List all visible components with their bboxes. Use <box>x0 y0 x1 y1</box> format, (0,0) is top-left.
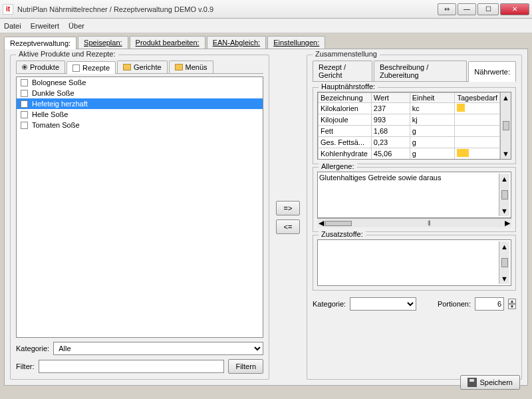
table-row[interactable]: Kilokalorien237kc <box>319 103 500 114</box>
portionen-label: Portionen: <box>438 300 471 308</box>
table-row[interactable]: Fett1,68g <box>319 126 500 137</box>
tab-rezept-gericht[interactable]: Rezept / Gericht <box>313 61 372 81</box>
kategorie-label: Kategorie: <box>16 344 49 352</box>
tab-rezepte[interactable]: Rezepte <box>66 61 116 74</box>
list-item[interactable]: Bolognese Soße <box>17 77 263 88</box>
folder-icon <box>175 64 183 70</box>
tab-einstellungen[interactable]: Einstellungen: <box>267 36 325 49</box>
list-item-label: Hefeteig herzhaft <box>32 100 88 108</box>
spinner-up-icon[interactable]: ▲ <box>508 299 516 304</box>
filter-button[interactable]: Filtern <box>228 359 263 374</box>
allergene-textarea[interactable]: Glutenhaltiges Getreide sowie daraus ▲▼ <box>317 172 511 218</box>
window-title: NutriPlan Nährmittelrechner / Rezeptverw… <box>17 5 438 13</box>
right-kategorie-select[interactable] <box>350 297 416 311</box>
allergene-scrollbar[interactable]: ▲▼ <box>499 174 509 216</box>
tab-gerichte[interactable]: Gerichte <box>117 61 168 73</box>
transfer-buttons: => <= <box>275 55 301 380</box>
filter-input[interactable] <box>39 360 225 373</box>
allergene-label: Allergene: <box>319 162 357 170</box>
radio-icon <box>22 65 27 70</box>
zusatzstoffe-box: Zusatzstoffe: ▲▼ <box>313 235 516 291</box>
right-legend: Zusammenstellung <box>313 50 380 58</box>
tab-ean-abgleich[interactable]: EAN-Abgleich: <box>207 36 267 49</box>
scroll-up-icon[interactable]: ▲ <box>502 94 509 102</box>
main-panel: Aktive Produkte und Rezepte: Produkte Re… <box>4 49 528 386</box>
menu-erweitert[interactable]: Erweitert <box>31 22 59 30</box>
list-item-label: Tomaten Soße <box>32 121 80 129</box>
left-groupbox: Aktive Produkte und Rezepte: Produkte Re… <box>10 55 269 380</box>
checkbox-icon[interactable] <box>21 90 28 97</box>
disk-icon <box>467 378 477 387</box>
list-item-label: Dunkle Soße <box>32 89 74 97</box>
folder-icon <box>123 64 131 70</box>
list-item[interactable]: Dunkle Soße <box>17 88 263 98</box>
list-item-label: Bolognese Soße <box>32 78 86 86</box>
close-button[interactable]: ✕ <box>500 3 529 15</box>
list-item-label: Helle Soße <box>32 110 68 118</box>
move-right-button[interactable]: => <box>276 201 300 215</box>
filter-label: Filter: <box>16 362 35 370</box>
right-kategorie-label: Kategorie: <box>313 300 346 308</box>
tab-produkt-bearbeiten[interactable]: Produkt bearbeiten: <box>130 36 205 49</box>
allergene-hscroll[interactable]: ◀⦀▶ <box>317 218 511 227</box>
allergene-box: Allergene: Glutenhaltiges Getreide sowie… <box>313 167 516 232</box>
recipe-list[interactable]: Bolognese SoßeDunkle SoßeHefeteig herzha… <box>16 76 263 338</box>
zusatzstoffe-textarea[interactable]: ▲▼ <box>317 239 511 286</box>
hauptnahrstoffe-label: Hauptnährstoffe: <box>319 82 378 90</box>
table-row[interactable]: Ges. Fettsä...0,23g <box>319 137 500 148</box>
checkbox-icon <box>72 65 80 72</box>
table-row[interactable]: Kilojoule993kj <box>319 114 500 126</box>
tab-beschreibung[interactable]: Beschreibung / Zubereitung <box>374 61 467 81</box>
maximize-button[interactable]: ☐ <box>477 3 499 15</box>
checkbox-icon[interactable] <box>21 122 28 129</box>
spinner-down-icon[interactable]: ▼ <box>508 304 516 309</box>
tab-speiseplan[interactable]: Speiseplan: <box>78 36 128 49</box>
tab-menus[interactable]: Menüs <box>169 61 213 73</box>
zusatz-scrollbar[interactable]: ▲▼ <box>499 241 509 284</box>
scroll-thumb[interactable] <box>503 121 509 130</box>
help-hint-button[interactable]: ⇔ <box>438 3 456 15</box>
right-groupbox: Zusammenstellung Rezept / Gericht Beschr… <box>307 55 522 380</box>
menubar: Datei Erweitert Über <box>0 19 532 33</box>
menu-datei[interactable]: Datei <box>4 22 21 30</box>
tab-produkte[interactable]: Produkte <box>16 61 65 73</box>
kategorie-select[interactable]: Alle <box>53 342 263 355</box>
table-scrollbar[interactable]: ▲▼ <box>500 92 511 159</box>
main-tabs: Rezeptverwaltung: Speiseplan: Produkt be… <box>4 36 528 49</box>
nutrient-table[interactable]: Bezeichnung Wert Einheit Tagesbedarf Kil… <box>318 92 500 160</box>
list-item[interactable]: Tomaten Soße <box>17 120 263 130</box>
list-item[interactable]: Helle Soße <box>17 109 263 120</box>
move-left-button[interactable]: <= <box>276 219 300 234</box>
hauptnahrstoffe-box: Hauptnährstoffe: Bezeichnung Wert Einhei… <box>313 87 516 164</box>
portionen-input[interactable] <box>475 297 504 311</box>
titlebar: it NutriPlan Nährmittelrechner / Rezeptv… <box>0 0 532 19</box>
tab-rezeptverwaltung[interactable]: Rezeptverwaltung: <box>4 37 76 49</box>
tab-nahrwerte[interactable]: Nährwerte: <box>468 61 516 82</box>
checkbox-icon[interactable] <box>21 100 28 108</box>
col-einheit[interactable]: Einheit <box>410 93 455 103</box>
save-button[interactable]: Speichern <box>460 375 520 390</box>
col-tagesbedarf[interactable]: Tagesbedarf <box>455 93 500 103</box>
zusatzstoffe-label: Zusatzstoffe: <box>319 230 366 238</box>
checkbox-icon[interactable] <box>21 79 28 86</box>
scroll-down-icon[interactable]: ▼ <box>502 150 509 158</box>
right-inner-tabs: Rezept / Gericht Beschreibung / Zubereit… <box>313 61 516 82</box>
app-icon: it <box>3 4 13 15</box>
left-inner-tabs: Produkte Rezepte Gerichte Menüs <box>16 61 263 74</box>
left-legend: Aktive Produkte und Rezepte: <box>16 50 118 58</box>
minimize-button[interactable]: — <box>458 3 476 15</box>
col-wert[interactable]: Wert <box>371 93 410 103</box>
list-item[interactable]: Hefeteig herzhaft <box>17 98 263 109</box>
table-row[interactable]: Kohlenhydrate45,06g <box>319 148 500 160</box>
checkbox-icon[interactable] <box>21 111 28 118</box>
menu-uber[interactable]: Über <box>68 22 84 30</box>
col-bezeichnung[interactable]: Bezeichnung <box>319 93 372 103</box>
